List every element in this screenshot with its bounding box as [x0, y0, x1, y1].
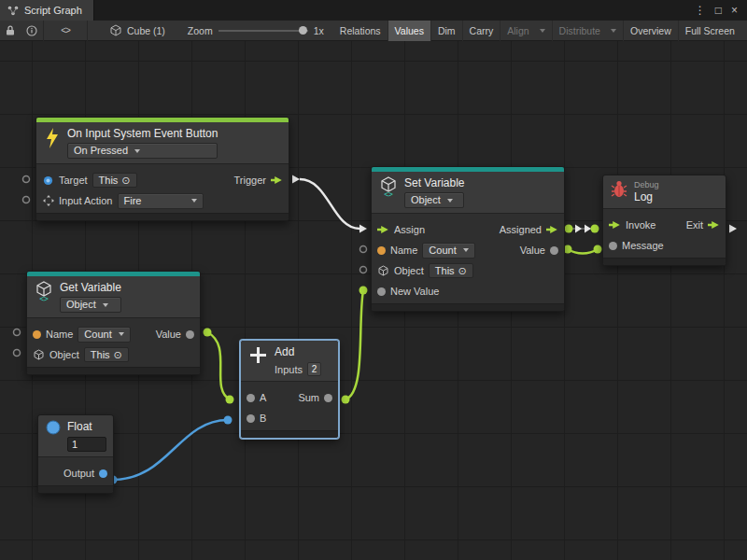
b-input-port[interactable] [247, 414, 255, 423]
assigned-output-port[interactable] [546, 225, 558, 234]
input-action-dropdown[interactable]: Fire [118, 193, 204, 209]
node-title: On Input System Event Button [67, 127, 218, 140]
input-action-icon [42, 195, 54, 206]
sum-output-port[interactable] [324, 394, 332, 402]
node-add[interactable]: Add Inputs 2 A Sum B [240, 340, 339, 439]
assign-input-port[interactable] [377, 225, 389, 234]
node-set-variable[interactable]: <> Set Variable Object Assign Assigned [371, 166, 565, 312]
message-input-port[interactable] [609, 242, 617, 250]
value-output-port[interactable] [186, 330, 194, 339]
target-label: Target [59, 175, 88, 186]
code-view-icon[interactable]: <> [44, 21, 87, 41]
graph-canvas[interactable]: On Input System Event Button On Pressed … [0, 41, 747, 560]
chevron-down-icon [540, 29, 545, 33]
wire-getvalue-addA[interactable] [204, 329, 234, 404]
lock-icon[interactable] [0, 21, 21, 41]
object-label: Object [49, 349, 79, 360]
object-chip[interactable]: This ⊙ [84, 347, 129, 362]
variable-icon: <> [379, 176, 398, 197]
output-row: Output [38, 463, 113, 483]
zoom-slider-knob[interactable] [299, 26, 307, 35]
new-value-label: New Value [390, 286, 439, 297]
target-object-label[interactable]: Cube (1) [127, 25, 165, 36]
chevron-down-icon [103, 303, 108, 307]
a-label: A [260, 392, 266, 403]
node-float[interactable]: Float 1 Output [37, 414, 114, 494]
cube-icon [105, 21, 127, 41]
node-footer [36, 213, 289, 220]
variable-name-dropdown[interactable]: Count [78, 327, 130, 343]
dim-button[interactable]: Dim [431, 21, 463, 41]
zoom-slider[interactable] [218, 30, 308, 32]
float-output-port[interactable] [99, 469, 107, 478]
object-label: Object [394, 265, 424, 276]
invoke-input-port[interactable] [609, 220, 621, 230]
trigger-output-port[interactable] [271, 175, 283, 185]
exit-output-port[interactable] [708, 220, 720, 230]
node-footer [27, 367, 200, 374]
event-mode-dropdown[interactable]: On Pressed [67, 143, 218, 159]
node-title: Get Variable [60, 281, 121, 294]
overview-button[interactable]: Overview [624, 21, 679, 41]
menu-icon[interactable]: ⋮ [695, 0, 706, 21]
trigger-label: Trigger [234, 175, 266, 186]
lightning-icon [44, 127, 61, 149]
input-action-label: Input Action [59, 195, 113, 206]
name-input-port[interactable] [33, 330, 41, 339]
align-dropdown-button[interactable]: Align [500, 21, 552, 41]
dropdown-value: Object [66, 299, 96, 311]
fullscreen-button[interactable]: Full Screen [679, 21, 741, 41]
wire-sum-newvalue[interactable] [342, 287, 368, 404]
b-label: B [260, 413, 266, 424]
wire-float-addB[interactable] [109, 416, 233, 484]
distribute-dropdown-button[interactable]: Distribute [553, 21, 624, 41]
node-debug-log[interactable]: Debug Log Invoke Exit Message [602, 175, 726, 266]
carry-button[interactable]: Carry [463, 21, 501, 41]
chip-value: This [99, 175, 119, 186]
svg-text:<>: <> [384, 190, 393, 198]
variable-scope-dropdown[interactable]: Object [404, 192, 464, 208]
object-chip[interactable]: This ⊙ [429, 263, 473, 278]
chip-value: This [91, 349, 110, 360]
close-icon[interactable]: × [731, 0, 738, 21]
inputs-label: Inputs [275, 364, 303, 375]
window-titlebar: Script Graph ⋮ □ × [0, 0, 747, 21]
float-icon [46, 420, 61, 435]
dropdown-value: Object [411, 194, 441, 206]
variable-scope-dropdown[interactable]: Object [60, 297, 121, 313]
node-on-input-system-event-button[interactable]: On Input System Event Button On Pressed … [35, 117, 289, 221]
node-header: Add Inputs 2 [241, 341, 338, 382]
wire-trigger-assign[interactable] [292, 175, 367, 233]
name-input-port[interactable] [377, 246, 386, 255]
node-get-variable[interactable]: <> Get Variable Object Name Count Value [26, 271, 201, 375]
values-button[interactable]: Values [388, 21, 431, 41]
chevron-down-icon [447, 199, 453, 203]
wire-value-message[interactable] [564, 245, 602, 254]
node-body: Target This ⊙ Trigger Input Action Fire [36, 164, 289, 213]
new-value-input-port[interactable] [377, 287, 386, 296]
chevron-down-icon [463, 248, 469, 252]
sum-label: Sum [298, 392, 319, 403]
dropdown-value: Count [429, 245, 456, 257]
value-output-port[interactable] [550, 246, 558, 255]
node-footer [372, 303, 564, 311]
inputs-count-field[interactable]: 2 [307, 362, 321, 376]
name-row: Name Count Value [27, 324, 200, 344]
wire-assigned-invoke[interactable] [565, 225, 599, 233]
float-value-field[interactable]: 1 [67, 437, 106, 452]
chevron-down-icon [611, 29, 616, 33]
maximize-icon[interactable]: □ [715, 0, 722, 21]
plus-icon [248, 345, 268, 365]
variable-name-dropdown[interactable]: Count [422, 243, 474, 259]
tab-script-graph[interactable]: Script Graph [0, 0, 94, 21]
node-footer [38, 485, 113, 493]
info-icon[interactable] [21, 21, 43, 41]
name-label: Name [390, 245, 417, 256]
target-object-chip[interactable]: This ⊙ [92, 173, 137, 188]
input-action-row: Input Action Fire [36, 190, 289, 211]
a-input-port[interactable] [247, 394, 255, 402]
value-label: Value [520, 245, 545, 256]
target-row: Target This ⊙ Trigger [36, 170, 289, 190]
node-title: Add [275, 345, 321, 358]
relations-button[interactable]: Relations [333, 21, 388, 41]
